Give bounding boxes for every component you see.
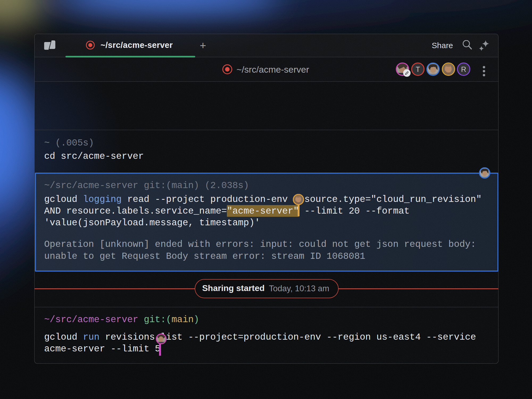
svg-text:R: R <box>461 65 466 73</box>
svg-text:T: T <box>415 65 420 73</box>
